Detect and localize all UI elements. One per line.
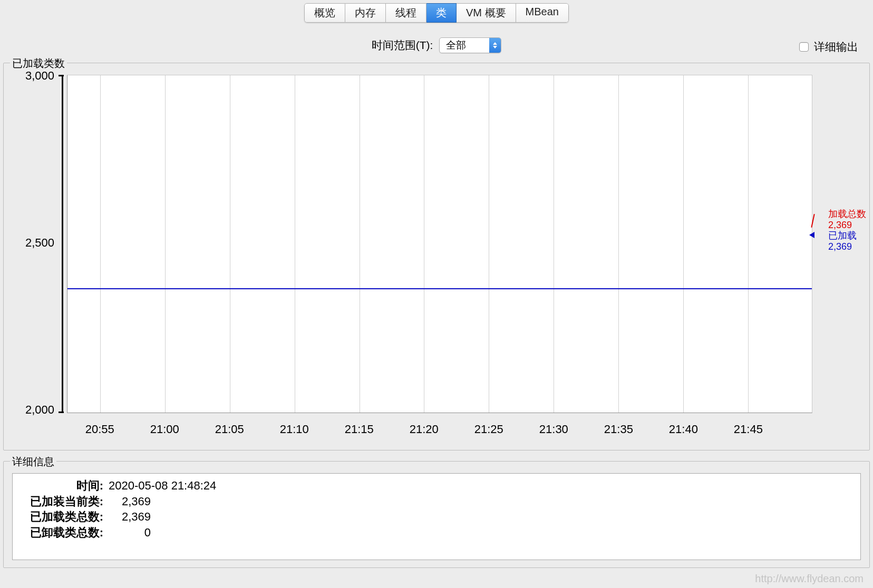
tab-vm-summary[interactable]: VM 概要 xyxy=(457,3,516,23)
x-tick: 21:45 xyxy=(734,423,763,436)
y-tick: 2,500 xyxy=(25,236,54,250)
time-range-label: 时间范围(T): xyxy=(372,38,433,53)
tab-overview[interactable]: 概览 xyxy=(304,3,345,23)
tab-threads[interactable]: 线程 xyxy=(386,3,426,23)
x-tick: 21:30 xyxy=(539,423,568,436)
detail-output-label: 详细输出 xyxy=(814,40,858,54)
details-box: 时间: 2020-05-08 21:48:24 已加装当前类: 2,369 已加… xyxy=(12,473,861,560)
grid-line xyxy=(424,75,424,413)
x-tick: 21:05 xyxy=(215,423,244,436)
plot-area[interactable] xyxy=(67,75,812,413)
tab-bar: 概览 内存 线程 类 VM 概要 MBean xyxy=(0,0,873,25)
detail-loaded-current-value: 2,369 xyxy=(106,494,151,509)
grid-line xyxy=(618,75,619,413)
x-tick: 21:10 xyxy=(280,423,309,436)
x-tick: 21:25 xyxy=(474,423,503,436)
grid-line xyxy=(295,75,295,413)
grid-line xyxy=(360,75,360,413)
detail-row-loaded-current: 已加装当前类: 2,369 xyxy=(16,494,857,509)
chart-legend: 加载总数 2,369 已加载 2,369 xyxy=(828,209,866,252)
x-axis: 20:55 21:00 21:05 21:10 21:15 21:20 21:2… xyxy=(67,415,812,445)
svg-marker-1 xyxy=(493,46,497,48)
x-tick: 21:00 xyxy=(150,423,179,436)
x-tick: 21:35 xyxy=(604,423,633,436)
grid-line xyxy=(489,75,489,413)
chart-container: 3,000 2,500 2,000 20:55 21:00 21:05 21:1… xyxy=(9,73,864,445)
y-axis-bar xyxy=(62,75,63,413)
grid-line xyxy=(748,75,749,413)
detail-unloaded-total-label: 已卸载类总数: xyxy=(16,525,106,541)
details-title: 详细信息 xyxy=(10,455,56,469)
grid-line xyxy=(683,75,684,413)
legend-loaded-label: 已加载 xyxy=(828,230,866,241)
detail-output-toggle[interactable]: 详细输出 xyxy=(799,40,858,54)
detail-loaded-current-label: 已加装当前类: xyxy=(16,494,106,509)
legend-loaded-value: 2,369 xyxy=(828,241,866,252)
legend-total-label: 加载总数 xyxy=(828,209,866,220)
detail-unloaded-total-value: 0 xyxy=(106,525,151,541)
chart-panel: 已加载类数 3,000 2,500 2,000 20:55 21:00 xyxy=(3,63,870,450)
detail-row-time: 时间: 2020-05-08 21:48:24 xyxy=(16,478,857,494)
detail-loaded-total-value: 2,369 xyxy=(106,509,151,525)
grid-line xyxy=(165,75,166,413)
detail-time-label: 时间: xyxy=(16,478,106,494)
series-line-loaded xyxy=(67,288,812,289)
select-stepper-icon xyxy=(489,38,501,53)
x-tick: 21:20 xyxy=(410,423,439,436)
checkbox-icon xyxy=(799,42,809,52)
x-tick: 20:55 xyxy=(85,423,114,436)
grid-line xyxy=(554,75,554,413)
grid-line xyxy=(230,75,230,413)
detail-row-unloaded-total: 已卸载类总数: 0 xyxy=(16,525,857,541)
detail-loaded-total-label: 已加载类总数: xyxy=(16,509,106,525)
x-tick: 21:40 xyxy=(669,423,698,436)
time-range-select[interactable]: 全部 xyxy=(439,37,501,53)
y-tick: 3,000 xyxy=(25,69,54,83)
tab-classes[interactable]: 类 xyxy=(426,3,457,23)
legend-total-value: 2,369 xyxy=(828,220,866,231)
detail-row-loaded-total: 已加载类总数: 2,369 xyxy=(16,509,857,525)
time-range-value: 全部 xyxy=(440,38,489,52)
watermark: http://www.flydean.com xyxy=(755,573,864,585)
tab-mbean[interactable]: MBean xyxy=(516,3,569,23)
y-tick: 2,000 xyxy=(25,403,54,417)
x-tick: 21:15 xyxy=(345,423,374,436)
tab-memory[interactable]: 内存 xyxy=(345,3,386,23)
svg-marker-0 xyxy=(493,42,497,45)
y-axis: 3,000 2,500 2,000 xyxy=(9,73,60,413)
grid-line xyxy=(100,75,101,413)
controls-row: 时间范围(T): 全部 详细输出 xyxy=(0,25,873,60)
details-panel: 详细信息 时间: 2020-05-08 21:48:24 已加装当前类: 2,3… xyxy=(3,461,870,568)
detail-time-value: 2020-05-08 21:48:24 xyxy=(106,478,216,494)
chart-title: 已加载类数 xyxy=(10,56,67,71)
tab-group: 概览 内存 线程 类 VM 概要 MBean xyxy=(304,3,569,23)
pointer-icon xyxy=(809,232,814,238)
